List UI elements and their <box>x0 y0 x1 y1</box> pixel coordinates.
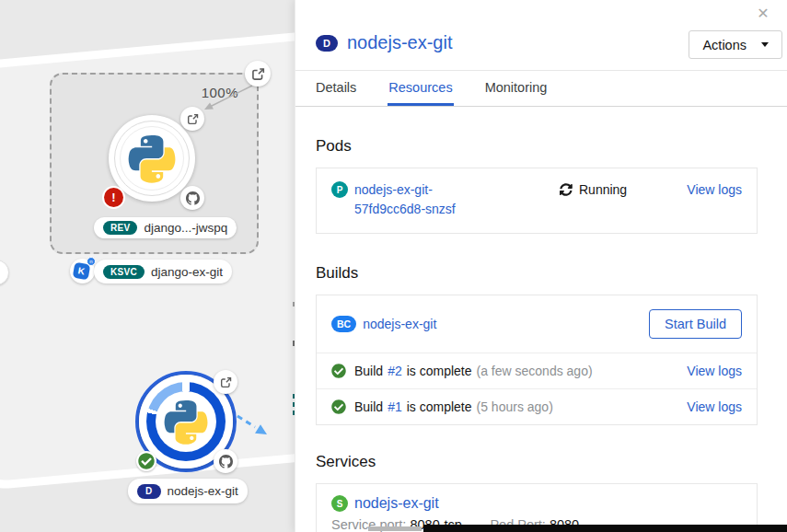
actions-dropdown[interactable]: Actions <box>689 30 782 59</box>
external-link-icon <box>187 113 199 125</box>
build-config-link[interactable]: nodejs-ex-git <box>363 317 436 331</box>
build-config-type-badge: BC <box>331 316 356 332</box>
view-logs-link[interactable]: View logs <box>687 364 742 378</box>
knative-service-label-pill[interactable]: KSVC django-ex-git <box>94 260 232 283</box>
tab-monitoring[interactable]: Monitoring <box>484 71 549 106</box>
revision-node[interactable] <box>109 115 195 202</box>
check-circle-icon <box>331 399 346 414</box>
knative-icon: K n <box>70 259 95 283</box>
builds-heading: Builds <box>316 264 758 283</box>
build-label: Build <box>354 399 383 414</box>
alert-badge[interactable]: ! <box>104 188 123 207</box>
knative-superscript: n <box>87 257 96 266</box>
build-label: Build <box>354 364 383 378</box>
github-icon <box>219 455 233 468</box>
knative-service-name: django-ex-git <box>151 265 223 279</box>
view-logs-link[interactable]: View logs <box>687 399 742 414</box>
services-heading: Services <box>316 453 758 471</box>
pod-name-link[interactable]: nodejs-ex-git-57fd9cc6d8-snzsf <box>354 180 502 219</box>
close-icon[interactable]: ✕ <box>751 2 775 24</box>
source-code-decorator[interactable] <box>180 186 204 210</box>
build-status-row: Build #1 is complete (5 hours ago) View … <box>317 388 757 424</box>
build-status-text: is complete <box>407 364 472 378</box>
alert-glyph: ! <box>111 191 115 204</box>
resource-side-panel: ✕ D nodejs-ex-git Actions Details Resour… <box>295 0 787 532</box>
traffic-percent-label: 100% <box>202 85 238 100</box>
external-link-icon <box>251 67 265 81</box>
view-logs-link[interactable]: View logs <box>687 182 742 197</box>
panel-body: Pods P nodejs-ex-git-57fd9cc6d8-snzsf Ru… <box>295 137 787 532</box>
build-status-text: is complete <box>407 399 472 414</box>
pod-type-badge: P <box>331 181 348 198</box>
build-number-link[interactable]: #1 <box>388 399 402 414</box>
sync-icon <box>560 183 573 196</box>
service-name-link[interactable]: nodejs-ex-git <box>354 495 439 512</box>
build-status-row: Build #2 is complete (a few seconds ago)… <box>317 353 757 388</box>
deployment-label-pill[interactable]: D nodejs-ex-git <box>128 479 248 503</box>
tab-details[interactable]: Details <box>315 71 357 106</box>
deployment-name: nodejs-ex-git <box>168 484 238 498</box>
route-decorator[interactable] <box>245 61 271 87</box>
ksvc-type-badge: KSVC <box>103 265 145 279</box>
pod-status-text: Running <box>579 182 627 197</box>
page-title[interactable]: nodejs-ex-git <box>347 32 453 53</box>
build-age: (a few seconds ago) <box>477 364 593 378</box>
pod-row: P nodejs-ex-git-57fd9cc6d8-snzsf Running… <box>317 168 757 233</box>
builds-card: BC nodejs-ex-git Start Build Build #2 is… <box>316 295 758 425</box>
panel-header: ✕ D nodejs-ex-git Actions <box>295 0 787 71</box>
chevron-down-icon <box>761 42 769 47</box>
build-age: (5 hours ago) <box>477 399 553 414</box>
route-decorator[interactable] <box>214 370 237 394</box>
build-number-link[interactable]: #2 <box>388 364 402 378</box>
build-success-badge[interactable] <box>136 451 156 471</box>
external-link-icon <box>220 376 232 388</box>
deployment-node-center[interactable] <box>156 391 216 452</box>
pods-heading: Pods <box>316 137 758 156</box>
github-icon <box>186 191 200 205</box>
tab-resources[interactable]: Resources <box>388 71 453 106</box>
revision-label-pill[interactable]: REV django...-jwspq <box>94 217 237 238</box>
bottom-black-bar <box>423 525 787 532</box>
panel-tabs: Details Resources Monitoring <box>295 71 787 107</box>
actions-label: Actions <box>702 38 746 52</box>
rev-type-badge: REV <box>103 221 137 235</box>
deployment-type-badge: D <box>137 484 161 499</box>
build-config-row: BC nodejs-ex-git Start Build <box>317 295 757 353</box>
revision-node-inner-ring <box>120 126 184 191</box>
check-circle-icon <box>331 364 346 378</box>
python-logo-icon <box>164 399 208 445</box>
source-code-decorator[interactable] <box>214 449 237 473</box>
bottom-bar-fragment <box>368 526 422 531</box>
route-decorator-node[interactable] <box>180 107 204 131</box>
pods-card: P nodejs-ex-git-57fd9cc6d8-snzsf Running… <box>316 168 758 234</box>
deployment-type-badge: D <box>316 35 338 52</box>
service-type-badge: S <box>331 495 348 512</box>
start-build-button[interactable]: Start Build <box>649 309 742 339</box>
revision-name: django...-jwspq <box>144 221 227 235</box>
check-circle-icon <box>138 453 155 469</box>
